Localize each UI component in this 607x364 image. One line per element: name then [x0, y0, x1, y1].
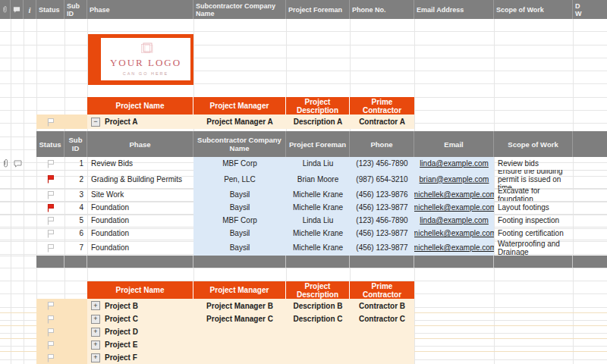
status-cell[interactable] — [36, 299, 64, 312]
status-cell[interactable] — [36, 312, 64, 325]
company-cell[interactable]: Baysil — [193, 227, 286, 240]
email-link[interactable]: michellek@example.com — [414, 243, 494, 252]
status-cell[interactable] — [36, 351, 64, 364]
project-name-cell[interactable]: + Project D — [87, 325, 193, 338]
foreman-column-header[interactable]: Project Foreman — [286, 0, 350, 19]
email-link[interactable]: michellek@example.com — [414, 190, 494, 199]
project-manager-cell[interactable]: Project Manager C — [193, 312, 286, 325]
flag-icon[interactable] — [46, 190, 55, 199]
foreman-cell[interactable]: Linda Liu — [286, 157, 350, 170]
project-manager-header[interactable]: Project Manager — [193, 281, 286, 299]
sub-id-cell[interactable] — [64, 351, 87, 364]
project-description-cell[interactable] — [286, 325, 350, 338]
expand-button[interactable]: + — [91, 340, 100, 350]
project-manager-cell[interactable] — [193, 351, 286, 364]
sub-id-column-header[interactable]: Sub ID — [64, 0, 87, 19]
phone-cell[interactable]: (123) 456-7890 — [350, 157, 414, 170]
sub-id-cell[interactable]: 6 — [64, 227, 87, 240]
flag-icon[interactable] — [46, 203, 55, 212]
scope-cell[interactable]: Review bids — [494, 157, 573, 170]
prime-contractor-cell[interactable] — [350, 351, 414, 364]
email-cell[interactable]: linda@example.com — [414, 214, 494, 227]
cutoff-subheader[interactable] — [573, 131, 607, 157]
email-link[interactable]: linda@example.com — [420, 159, 489, 168]
phase-column-header[interactable]: Phase — [87, 0, 193, 19]
flag-icon[interactable] — [46, 243, 55, 253]
phone-column-header[interactable]: Phone No. — [350, 0, 414, 19]
scope-cell[interactable]: Footing inspection — [494, 214, 573, 227]
foreman-subheader[interactable]: Project Foreman — [286, 131, 350, 157]
foreman-cell[interactable]: Michelle Krane — [286, 227, 350, 240]
status-cell[interactable] — [36, 338, 64, 351]
project-manager-cell[interactable] — [193, 338, 286, 351]
status-cell[interactable] — [36, 170, 64, 188]
scope-cell[interactable]: Waterproofing and Drainage — [494, 240, 573, 256]
status-cell[interactable] — [36, 188, 64, 201]
project-name-cell[interactable]: + Project C — [87, 312, 193, 325]
flag-icon[interactable] — [46, 315, 55, 324]
email-link[interactable]: brian@example.com — [420, 175, 489, 184]
project-name-header[interactable]: Project Name — [87, 281, 193, 299]
phone-subheader[interactable]: Phone — [350, 131, 414, 157]
scope-cell[interactable]: Layout footings — [494, 201, 573, 214]
project-description-header[interactable]: Project Description — [286, 281, 350, 299]
phone-cell[interactable]: (456) 123-9876 — [350, 188, 414, 201]
project-manager-cell[interactable]: Project Manager B — [193, 299, 286, 312]
flag-icon[interactable] — [46, 118, 55, 127]
sub-id-cell[interactable]: 2 — [64, 170, 87, 188]
prime-contractor-cell[interactable]: Contractor B — [350, 299, 414, 312]
flag-icon[interactable] — [46, 159, 55, 168]
project-name-cell[interactable]: + Project F — [87, 351, 193, 364]
sub-id-cell[interactable] — [64, 299, 87, 312]
phase-cell[interactable]: Foundation — [87, 214, 193, 227]
status-cell[interactable] — [36, 157, 64, 170]
project-description-cell[interactable]: Description A — [286, 115, 350, 129]
flag-icon[interactable] — [46, 353, 55, 362]
flag-icon[interactable] — [46, 301, 55, 310]
sub-id-cell[interactable]: 5 — [64, 214, 87, 227]
prime-contractor-cell[interactable]: Contractor A — [350, 115, 414, 129]
phase-cell[interactable]: Foundation — [87, 240, 193, 256]
phone-cell[interactable]: (456) 123-9877 — [350, 201, 414, 214]
flag-icon[interactable] — [46, 328, 55, 337]
project-manager-cell[interactable]: Project Manager A — [193, 115, 286, 129]
sub-id-cell[interactable] — [64, 115, 87, 129]
phase-cell[interactable]: Foundation — [87, 227, 193, 240]
attachment-indicator[interactable] — [2, 158, 10, 168]
prime-contractor-header[interactable]: Prime Contractor — [350, 281, 414, 299]
cutoff-column-header[interactable]: DW — [573, 0, 607, 19]
status-column-header[interactable]: Status — [36, 0, 64, 19]
sub-id-cell[interactable] — [64, 325, 87, 338]
email-cell[interactable]: michellek@example.com — [414, 201, 494, 214]
flag-icon[interactable] — [46, 174, 55, 184]
email-cell[interactable]: michellek@example.com — [414, 188, 494, 201]
expand-button[interactable]: + — [91, 353, 100, 362]
company-column-header[interactable]: Subcontractor Company Name — [193, 0, 286, 19]
phase-cell[interactable]: Grading & Building Permits — [87, 170, 193, 188]
phone-cell[interactable]: (987) 654-3210 — [350, 170, 414, 188]
attachment-column-header[interactable] — [0, 0, 11, 19]
sub-id-cell[interactable] — [64, 338, 87, 351]
sub-id-cell[interactable] — [64, 312, 87, 325]
phone-cell[interactable]: (123) 456-7890 — [350, 214, 414, 227]
foreman-cell[interactable]: Michelle Krane — [286, 188, 350, 201]
phone-cell[interactable]: (456) 123-9877 — [350, 240, 414, 256]
company-cell[interactable]: Baysil — [193, 188, 286, 201]
email-cell[interactable]: brian@example.com — [414, 170, 494, 188]
expand-button[interactable]: + — [91, 301, 100, 310]
company-cell[interactable]: Baysil — [193, 201, 286, 214]
scope-cell[interactable]: Excavate for foundation — [494, 188, 573, 201]
sub-id-cell[interactable]: 7 — [64, 240, 87, 256]
foreman-cell[interactable]: Michelle Krane — [286, 201, 350, 214]
expand-button[interactable]: + — [91, 328, 100, 337]
flag-icon[interactable] — [46, 216, 55, 225]
status-cell[interactable] — [36, 201, 64, 214]
email-column-header[interactable]: Email Address — [414, 0, 494, 19]
email-cell[interactable]: linda@example.com — [414, 157, 494, 170]
sub-id-cell[interactable]: 3 — [64, 188, 87, 201]
expand-button[interactable]: + — [91, 315, 100, 324]
status-cell[interactable] — [36, 227, 64, 240]
email-subheader[interactable]: Email — [414, 131, 494, 157]
project-description-cell[interactable]: Description C — [286, 312, 350, 325]
project-manager-header[interactable]: Project Manager — [193, 97, 286, 115]
